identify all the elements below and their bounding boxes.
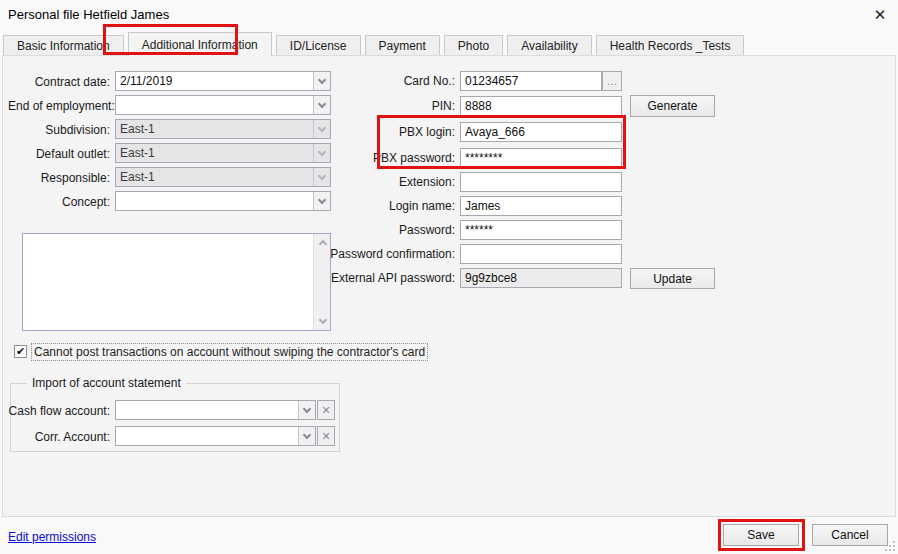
pbx-password-field[interactable]: [460, 148, 622, 168]
card-no-field[interactable]: [460, 71, 602, 91]
tab-basic-information[interactable]: Basic Information: [3, 35, 124, 56]
edit-permissions-link[interactable]: Edit permissions: [8, 530, 96, 544]
external-api-password-field: [460, 268, 622, 288]
scroll-down-icon[interactable]: [314, 313, 331, 330]
default-outlet-label: Default outlet:: [8, 144, 110, 164]
generate-button[interactable]: Generate: [630, 95, 715, 117]
end-of-employment-input[interactable]: [116, 96, 313, 114]
subdivision-input: [116, 120, 313, 138]
pbx-login-field[interactable]: [460, 122, 622, 142]
tab-additional-information[interactable]: Additional Information: [128, 32, 272, 56]
tab-id-license[interactable]: ID/License: [276, 35, 361, 56]
password-input[interactable]: [461, 221, 621, 239]
pin-label: PIN:: [325, 96, 455, 116]
pbx-password-input[interactable]: [461, 149, 621, 167]
contract-date-combobox[interactable]: [115, 71, 331, 91]
tab-payment[interactable]: Payment: [365, 35, 440, 56]
extension-input[interactable]: [461, 173, 621, 191]
login-name-label: Login name:: [325, 196, 455, 216]
tab-health-records-tests[interactable]: Health Records _Tests: [596, 35, 745, 56]
password-label: Password:: [325, 220, 455, 240]
corr-account-input[interactable]: [116, 427, 298, 445]
responsible-label: Responsible:: [8, 168, 110, 188]
notes-textarea-frame: [22, 233, 331, 331]
resize-grip[interactable]: [885, 541, 895, 551]
end-of-employment-combobox[interactable]: [115, 95, 331, 115]
clear-x-icon: ✕: [321, 404, 330, 417]
responsible-input: [116, 168, 313, 186]
password-confirmation-input[interactable]: [461, 245, 621, 263]
extension-field[interactable]: [460, 172, 622, 192]
dialog-title: Personal file Hetfield James: [8, 7, 169, 22]
chevron-down-icon: [303, 430, 311, 438]
default-outlet-input: [116, 144, 313, 162]
clear-x-icon: ✕: [321, 430, 330, 443]
password-confirmation-label: Password confirmation:: [325, 244, 455, 264]
save-button[interactable]: Save: [723, 524, 799, 546]
pin-field[interactable]: [460, 96, 622, 116]
concept-combobox[interactable]: [115, 191, 331, 211]
external-api-password-label: External API password:: [325, 268, 455, 288]
card-no-input[interactable]: [461, 72, 601, 90]
notes-textarea[interactable]: [23, 234, 312, 330]
corr-account-clear-button[interactable]: ✕: [317, 426, 335, 446]
corr-account-label: Corr. Account:: [8, 427, 110, 447]
update-button[interactable]: Update: [630, 268, 715, 289]
card-no-label: Card No.:: [325, 71, 455, 91]
default-outlet-combobox: [115, 143, 331, 163]
pbx-password-label: PBX password:: [325, 148, 455, 168]
login-name-field[interactable]: [460, 196, 622, 216]
extension-label: Extension:: [325, 172, 455, 192]
external-api-password-input: [461, 269, 621, 287]
tab-strip: Basic Information Additional Information…: [3, 33, 748, 56]
pbx-login-label: PBX login:: [325, 122, 455, 142]
pbx-login-input[interactable]: [461, 123, 621, 141]
concept-label: Concept:: [8, 192, 110, 212]
login-name-input[interactable]: [461, 197, 621, 215]
swipe-card-checkbox[interactable]: ✔: [14, 345, 27, 358]
checkmark-icon: ✔: [16, 345, 25, 358]
corr-account-dropdown-button[interactable]: [298, 427, 315, 445]
card-no-browse-button[interactable]: …: [602, 71, 622, 91]
contract-date-label: Contract date:: [8, 72, 110, 92]
close-icon[interactable]: ✕: [870, 5, 890, 25]
cash-flow-account-label: Cash flow account:: [8, 401, 110, 421]
cash-flow-account-input[interactable]: [116, 401, 298, 419]
contract-date-input[interactable]: [116, 72, 313, 90]
cash-flow-account-combobox[interactable]: [115, 400, 316, 420]
chevron-down-icon: [303, 404, 311, 412]
subdivision-combobox: [115, 119, 331, 139]
ellipsis-icon: …: [607, 75, 618, 87]
subdivision-label: Subdivision:: [8, 120, 110, 140]
corr-account-combobox[interactable]: [115, 426, 316, 446]
cash-flow-account-clear-button[interactable]: ✕: [317, 400, 335, 420]
import-group-title: Import of account statement: [27, 376, 186, 390]
concept-input[interactable]: [116, 192, 313, 210]
pin-input[interactable]: [461, 97, 621, 115]
end-of-employment-label: End of employment:: [8, 96, 110, 116]
password-field[interactable]: [460, 220, 622, 240]
cash-flow-account-dropdown-button[interactable]: [298, 401, 315, 419]
password-confirmation-field[interactable]: [460, 244, 622, 264]
cancel-button[interactable]: Cancel: [812, 524, 888, 546]
swipe-card-checkbox-label[interactable]: Cannot post transactions on account with…: [31, 343, 428, 361]
tab-photo[interactable]: Photo: [444, 35, 503, 56]
responsible-combobox: [115, 167, 331, 187]
tab-availability[interactable]: Availability: [507, 35, 591, 56]
